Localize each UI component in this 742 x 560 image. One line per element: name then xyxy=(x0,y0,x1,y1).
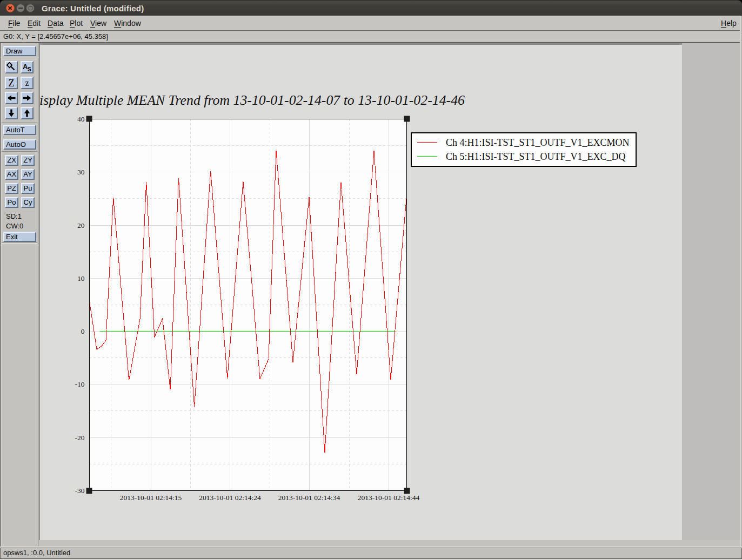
svg-text:40: 40 xyxy=(77,115,85,123)
svg-text:z: z xyxy=(25,78,29,87)
svg-text:isplay Multiple MEAN Trend fro: isplay Multiple MEAN Trend from 13-10-01… xyxy=(39,92,465,108)
svg-text:Ch 5:H1:ISI-TST_ST1_OUTF_V1_EX: Ch 5:H1:ISI-TST_ST1_OUTF_V1_EXC_DQ xyxy=(446,151,626,162)
svg-text:-10: -10 xyxy=(75,380,85,388)
svg-text:-20: -20 xyxy=(75,434,85,442)
svg-text:2013-10-01 02:14:34: 2013-10-01 02:14:34 xyxy=(278,494,340,502)
svg-text:-30: -30 xyxy=(75,487,85,495)
svg-text:2013-10-01 02:14:44: 2013-10-01 02:14:44 xyxy=(358,494,420,502)
svg-text:20: 20 xyxy=(77,221,85,230)
svg-text:Ch 4:H1:ISI-TST_ST1_OUTF_V1_EX: Ch 4:H1:ISI-TST_ST1_OUTF_V1_EXCMON xyxy=(446,137,630,148)
svg-text:10: 10 xyxy=(77,274,85,282)
svg-text:0: 0 xyxy=(81,327,85,335)
svg-text:2013-10-01 02:14:24: 2013-10-01 02:14:24 xyxy=(199,494,261,502)
svg-text:30: 30 xyxy=(77,168,85,176)
svg-text:S: S xyxy=(28,66,31,72)
svg-text:Z: Z xyxy=(8,78,15,88)
svg-text:2013-10-01 02:14:15: 2013-10-01 02:14:15 xyxy=(120,494,182,502)
